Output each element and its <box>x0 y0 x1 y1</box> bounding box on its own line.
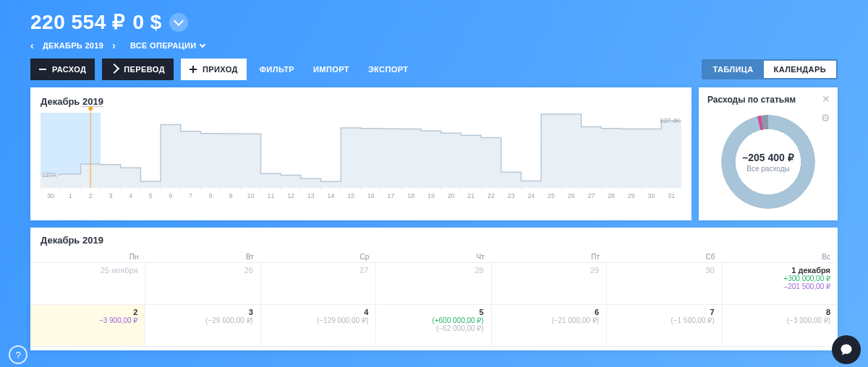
arrow-right-icon <box>111 65 118 74</box>
filter-button[interactable]: ФИЛЬТР <box>254 65 300 74</box>
add-income-button[interactable]: ПРИХОД <box>181 59 247 80</box>
svg-text:25: 25 <box>548 192 555 199</box>
svg-text:29: 29 <box>628 192 635 199</box>
svg-text:27: 27 <box>587 192 595 199</box>
svg-text:13: 13 <box>307 192 315 199</box>
svg-text:17: 17 <box>388 192 395 199</box>
weekday-header: Вс <box>723 251 838 263</box>
svg-text:22: 22 <box>488 192 495 199</box>
gear-icon[interactable]: ⚙ <box>821 112 830 124</box>
calendar-cell[interactable]: 26 <box>145 263 260 305</box>
svg-text:30: 30 <box>648 192 655 199</box>
svg-text:20: 20 <box>448 192 455 199</box>
expense-label: РАСХОД <box>52 65 86 74</box>
chat-button[interactable] <box>832 335 861 364</box>
calendar-card: Декабрь 2019 ПнВтСрЧтПтСбВс 25 ноября262… <box>30 228 838 350</box>
chevron-down-icon <box>200 41 205 47</box>
svg-text:19: 19 <box>427 192 435 199</box>
balance-usd: 0 $ <box>133 11 162 34</box>
balance-rub: 220 554 ₽ <box>30 10 126 34</box>
calendar-cell[interactable]: 27 <box>261 263 376 305</box>
operations-filter[interactable]: ВСЕ ОПЕРАЦИИ <box>130 41 205 50</box>
view-toggle: ТАБЛИЦА КАЛЕНДАРЬ <box>702 59 838 79</box>
weekday-header: Вт <box>145 251 260 263</box>
calendar-cell[interactable]: 7(−1 500,00 ₽) <box>607 305 722 347</box>
export-button[interactable]: ЭКСПОРТ <box>362 65 414 74</box>
balance-chart-card: Декабрь 2019 126K637.4K30123456789101112… <box>30 87 692 220</box>
svg-text:18: 18 <box>407 192 414 199</box>
balances-dropdown[interactable] <box>169 13 188 32</box>
weekday-header: Пт <box>492 251 607 263</box>
svg-point-2 <box>88 107 93 111</box>
import-button[interactable]: ИМПОРТ <box>307 65 355 74</box>
svg-text:7: 7 <box>189 192 192 199</box>
weekday-header: Пн <box>30 251 145 263</box>
add-expense-button[interactable]: РАСХОД <box>30 59 95 80</box>
chat-icon <box>839 342 854 357</box>
period-label: ДЕКАБРЬ 2019 <box>43 41 103 50</box>
income-label: ПРИХОД <box>203 65 238 74</box>
chevron-down-icon <box>174 15 184 25</box>
weekday-header: Чт <box>376 251 491 263</box>
view-calendar[interactable]: КАЛЕНДАРЬ <box>764 61 836 78</box>
calendar-cell[interactable]: 3(−29 600,00 ₽) <box>145 305 260 347</box>
plus-icon <box>190 66 197 73</box>
donut-subtitle: Все расходы <box>746 165 789 173</box>
minus-icon <box>39 69 46 70</box>
svg-text:6: 6 <box>169 192 173 199</box>
svg-text:10: 10 <box>247 192 255 199</box>
period-prev[interactable]: ‹ <box>30 40 34 51</box>
svg-text:11: 11 <box>267 192 274 199</box>
svg-text:23: 23 <box>508 192 515 199</box>
calendar-cell[interactable]: 5(+600 000,00 ₽)(−62 000,00 ₽) <box>376 305 491 347</box>
calendar-cell[interactable]: 28 <box>376 263 491 305</box>
svg-text:21: 21 <box>467 192 475 199</box>
svg-text:26: 26 <box>568 192 575 199</box>
view-table[interactable]: ТАБЛИЦА <box>703 61 764 78</box>
calendar-cell[interactable]: 6(−21 000,00 ₽) <box>492 305 607 347</box>
expenses-by-category-card: Расходы по статьям ✕ ⚙ –205 400 ₽ Все ра… <box>699 87 838 220</box>
svg-text:31: 31 <box>668 192 675 199</box>
chart-title: Декабрь 2019 <box>41 96 681 107</box>
svg-text:14: 14 <box>328 192 335 199</box>
svg-text:16: 16 <box>367 192 375 199</box>
side-title: Расходы по статьям <box>707 95 829 105</box>
svg-text:8: 8 <box>209 192 213 199</box>
svg-text:30: 30 <box>47 192 54 199</box>
calendar-cell[interactable]: 2−3 900,00 ₽ <box>30 305 145 347</box>
calendar-cell[interactable]: 25 ноября <box>30 263 145 305</box>
svg-text:2: 2 <box>89 192 93 199</box>
period-next[interactable]: › <box>112 40 116 51</box>
add-transfer-button[interactable]: ПЕРЕВОД <box>102 59 174 80</box>
svg-text:5: 5 <box>149 192 153 199</box>
svg-text:637.4K: 637.4K <box>660 117 680 124</box>
calendar-cell[interactable]: 1 декабря+300 000,00 ₽–201 500,00 ₽ <box>723 263 838 305</box>
calendar-cell[interactable]: 29 <box>492 263 607 305</box>
donut-total: –205 400 ₽ <box>742 152 793 163</box>
close-icon[interactable]: ✕ <box>822 93 830 105</box>
calendar-cell[interactable]: 4(−129 000,00 ₽) <box>261 305 376 347</box>
svg-text:1: 1 <box>69 192 72 199</box>
svg-text:4: 4 <box>129 192 132 199</box>
svg-text:12: 12 <box>287 192 294 199</box>
svg-text:15: 15 <box>347 192 354 199</box>
weekday-header: Сб <box>607 251 722 263</box>
svg-text:3: 3 <box>109 192 112 199</box>
balance-chart[interactable]: 126K637.4K301234567891011121314151617181… <box>41 107 681 201</box>
calendar-title: Декабрь 2019 <box>30 228 838 251</box>
svg-text:9: 9 <box>229 192 233 199</box>
weekday-header: Ср <box>261 251 376 263</box>
calendar-cell[interactable]: 30 <box>607 263 722 305</box>
help-button[interactable]: ? <box>9 345 27 364</box>
operations-filter-label: ВСЕ ОПЕРАЦИИ <box>130 41 196 50</box>
svg-text:28: 28 <box>608 192 615 199</box>
calendar-cell[interactable]: 8(−3 000,00 ₽) <box>723 305 838 347</box>
transfer-label: ПЕРЕВОД <box>124 65 165 74</box>
svg-text:24: 24 <box>527 192 535 199</box>
